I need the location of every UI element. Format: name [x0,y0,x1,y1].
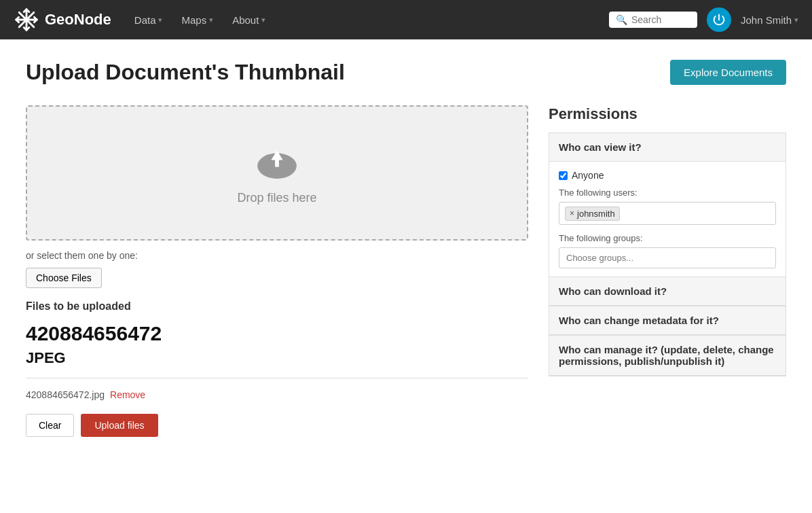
file-link-row: 420884656472.jpg Remove [26,389,528,400]
or-text: or select them one by one: [26,250,528,261]
chevron-down-icon: ▾ [209,16,213,24]
brand-name: GeoNode [45,11,111,29]
who-can-view-group: Who can view it? Anyone The following us… [549,132,786,277]
user-name[interactable]: John Smith ▾ [741,14,798,26]
file-type: JPEG [26,349,528,367]
drop-text: Drop files here [237,191,316,205]
page-title: Upload Document's Thumbnail [26,60,345,85]
file-divider [26,378,528,378]
user-avatar[interactable] [707,7,731,32]
anyone-checkbox[interactable] [559,171,568,180]
who-can-manage-header[interactable]: Who can manage it? (update, delete, chan… [549,336,786,376]
who-can-view-body: Anyone The following users: × johnsmith … [549,162,786,277]
tag-remove-icon[interactable]: × [570,209,574,218]
files-label: Files to be uploaded [26,300,528,313]
chevron-down-icon: ▾ [261,16,265,24]
action-buttons: Clear Upload files [26,414,528,437]
following-users-label: The following users: [559,188,776,198]
search-input[interactable] [631,14,693,25]
upload-section: Drop files here or select them one by on… [26,105,528,437]
user-tag: × johnsmith [565,207,620,221]
page-container: Upload Document's Thumbnail Explore Docu… [12,39,800,464]
upload-cloud-icon [253,141,301,181]
users-tags-input[interactable]: × johnsmith [559,202,776,225]
drop-zone[interactable]: Drop files here [26,105,528,241]
anyone-checkbox-row: Anyone [559,170,776,181]
permissions-title: Permissions [549,105,786,123]
nav-item-maps[interactable]: Maps ▾ [172,14,223,26]
following-groups-label: The following groups: [559,233,776,243]
upload-files-button[interactable]: Upload files [81,414,158,437]
power-icon [712,12,726,27]
who-can-view-header: Who can view it? [549,133,786,162]
who-can-download-group: Who can download it? [549,277,786,306]
search-icon: 🔍 [616,14,627,25]
explore-documents-button[interactable]: Explore Documents [670,60,786,85]
choose-files-button[interactable]: Choose Files [26,268,102,288]
page-header: Upload Document's Thumbnail Explore Docu… [26,60,786,85]
file-name: 420884656472.jpg [26,389,105,400]
chevron-down-icon: ▾ [794,16,798,24]
navbar: GeoNode Data ▾ Maps ▾ About ▾ 🔍 John Smi… [0,0,812,39]
geonode-logo-icon [14,7,39,33]
nav-item-data[interactable]: Data ▾ [125,14,172,26]
svg-rect-17 [275,158,279,167]
anyone-label: Anyone [572,170,604,181]
remove-link[interactable]: Remove [110,389,145,400]
main-content: Drop files here or select them one by on… [26,105,786,437]
who-can-download-header[interactable]: Who can download it? [549,277,786,306]
brand-link[interactable]: GeoNode [14,7,111,33]
who-can-change-metadata-group: Who can change metadata for it? [549,306,786,335]
search-box[interactable]: 🔍 [609,12,697,28]
file-number: 420884656472 [26,322,528,345]
who-can-change-metadata-header[interactable]: Who can change metadata for it? [549,306,786,335]
nav-links: Data ▾ Maps ▾ About ▾ [125,14,609,26]
chevron-down-icon: ▾ [158,16,162,24]
clear-button[interactable]: Clear [26,414,74,437]
permissions-section: Permissions Who can view it? Anyone The … [549,105,786,437]
nav-item-about[interactable]: About ▾ [223,14,275,26]
nav-right: 🔍 John Smith ▾ [609,7,798,32]
who-can-manage-group: Who can manage it? (update, delete, chan… [549,335,786,376]
groups-input[interactable] [559,247,776,268]
